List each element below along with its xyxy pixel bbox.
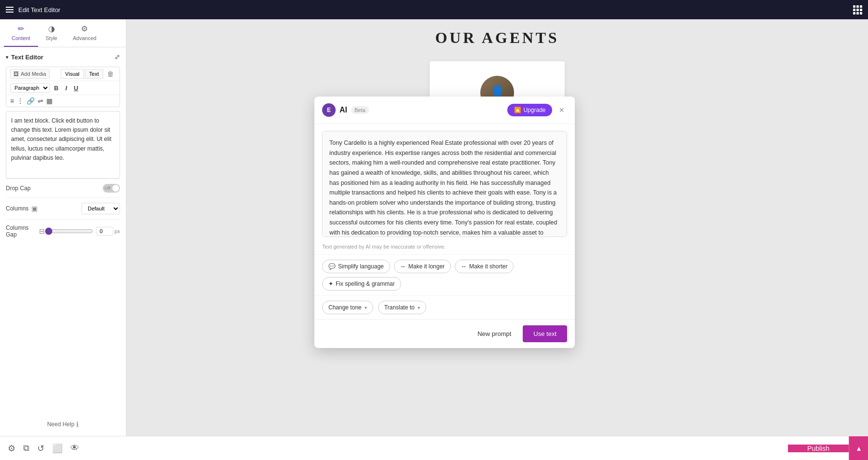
upgrade-icon: 🔼 <box>514 107 521 113</box>
list-ol-icon[interactable]: ⋮ <box>17 97 24 105</box>
columns-gap-icon: ⊟ <box>39 227 45 235</box>
columns-gap-label-group: Columns Gap ⊟ <box>6 224 45 238</box>
close-button[interactable]: × <box>556 104 567 116</box>
tab-advanced[interactable]: ⚙ Advanced <box>65 19 104 47</box>
spell-icon: ✦ <box>328 280 333 287</box>
columns-label-group: Columns ▣ <box>6 205 38 212</box>
history-icon[interactable]: ↺ <box>34 441 47 456</box>
eye-icon[interactable]: 👁 <box>68 441 82 456</box>
hamburger-icon[interactable] <box>6 7 14 13</box>
text-editor-section[interactable]: ▾ Text Editor ⤢ <box>6 53 120 61</box>
need-help-label: Need Help <box>47 421 75 428</box>
columns-gap-label: Columns Gap <box>6 224 36 238</box>
drop-cap-row: Drop Cap Off <box>6 179 120 197</box>
ai-title: AI <box>339 106 347 114</box>
tab-style-label: Style <box>46 35 57 41</box>
add-media-icon: 🖼 <box>14 71 19 77</box>
chat-icon: 💬 <box>328 263 336 270</box>
fix-spelling-button[interactable]: ✦ Fix spelling & grammar <box>322 277 401 291</box>
drop-cap-toggle[interactable]: Off <box>103 184 120 193</box>
chevron-down-icon-2: ▾ <box>418 305 420 310</box>
underline-button[interactable]: U <box>71 84 81 93</box>
section-title: Text Editor <box>11 54 43 61</box>
expand-arrows-icon: ↔ <box>400 263 406 270</box>
visual-view-button[interactable]: Visual <box>61 69 84 79</box>
sidebar-content: ▾ Text Editor ⤢ 🖼 Add Media Visual Text … <box>0 47 126 413</box>
toolbar-row-2: Paragraph B I U <box>6 81 120 95</box>
bottom-right: Publish ▴ <box>788 436 868 460</box>
paragraph-select[interactable]: Paragraph <box>10 83 50 93</box>
trash-icon[interactable]: 🗑 <box>105 69 116 79</box>
bottom-icons: ⚙ ⧉ ↺ ⬜ 👁 <box>0 441 87 456</box>
top-bar-title: Edit Text Editor <box>18 6 60 14</box>
unlink-icon[interactable]: ⇌ <box>38 97 43 105</box>
columns-gap-row: Columns Gap ⊟ px <box>6 219 120 243</box>
italic-button[interactable]: I <box>63 84 69 93</box>
ai-generated-text: Tony Cardello is a highly experienced Re… <box>322 131 567 237</box>
use-text-button[interactable]: Use text <box>523 325 567 342</box>
page-title: OUR AGENTS <box>435 29 559 47</box>
editor-toolbar: 🖼 Add Media Visual Text 🗑 Paragraph B I <box>6 67 120 107</box>
text-view-button[interactable]: Text <box>85 69 103 79</box>
canvas: OUR AGENTS 👤 Tony Cardello General Manag… <box>126 19 868 436</box>
columns-label: Columns <box>6 205 28 212</box>
ai-actions: 💬 Simplify language ↔ Make it longer ↔ M… <box>314 254 575 295</box>
chevron-up-button[interactable]: ▴ <box>849 436 868 460</box>
make-shorter-button[interactable]: ↔ Make it shorter <box>455 260 514 273</box>
tab-content[interactable]: ✏ Content <box>4 19 38 47</box>
ai-beta-badge: Beta <box>351 106 369 114</box>
columns-gap-slider[interactable] <box>45 227 93 235</box>
columns-gap-input[interactable] <box>96 227 113 236</box>
tab-style[interactable]: ◑ Style <box>38 19 65 47</box>
help-icon: ℹ <box>76 420 79 428</box>
main-layout: ✏ Content ◑ Style ⚙ Advanced ▾ Text Edit… <box>0 19 868 436</box>
ai-modal: E AI Beta 🔼 Upgrade × Tony Cardello is a… <box>314 97 575 348</box>
expand-icon[interactable]: ⤢ <box>114 53 120 61</box>
sidebar: ✏ Content ◑ Style ⚙ Advanced ▾ Text Edit… <box>0 19 126 436</box>
toolbar-row-3: ≡ ⋮ 🔗 ⇌ ▦ <box>6 95 120 107</box>
top-bar-left: Edit Text Editor <box>6 6 60 14</box>
canvas-content: OUR AGENTS 👤 Tony Cardello General Manag… <box>136 29 858 281</box>
settings-icon[interactable]: ⚙ <box>5 441 18 456</box>
templates-icon[interactable]: ⬜ <box>49 441 66 456</box>
ai-disclaimer: Text generated by AI may be inaccurate o… <box>314 244 575 254</box>
drop-cap-state: Off <box>105 186 110 191</box>
section-arrow-icon: ▾ <box>6 55 8 60</box>
view-toggle: Visual Text <box>61 69 103 79</box>
publish-button[interactable]: Publish <box>788 445 849 452</box>
new-prompt-button[interactable]: New prompt <box>472 326 517 341</box>
simplify-button[interactable]: 💬 Simplify language <box>322 260 390 273</box>
translate-to-dropdown[interactable]: Translate to ▾ <box>378 301 426 314</box>
ai-logo: E <box>322 103 336 117</box>
grid-icon[interactable] <box>853 5 862 14</box>
upgrade-button[interactable]: 🔼 Upgrade <box>507 104 552 116</box>
layers-icon[interactable]: ⧉ <box>20 441 32 456</box>
list-ul-icon[interactable]: ≡ <box>10 97 14 105</box>
add-media-button[interactable]: 🖼 Add Media <box>10 69 50 79</box>
chevron-down-icon: ▾ <box>365 305 367 310</box>
gear-icon: ⚙ <box>81 24 88 33</box>
bottom-bar: ⚙ ⧉ ↺ ⬜ 👁 Publish ▴ <box>0 436 868 460</box>
make-longer-button[interactable]: ↔ Make it longer <box>394 260 451 273</box>
tab-advanced-label: Advanced <box>73 35 96 41</box>
columns-gap-unit: px <box>114 228 120 234</box>
ai-header-left: E AI Beta <box>322 103 369 117</box>
pencil-icon: ✏ <box>18 24 24 33</box>
columns-icon: ▣ <box>31 205 38 212</box>
text-editor-area[interactable]: I am text block. Click edit button to ch… <box>6 111 120 179</box>
tab-content-label: Content <box>12 35 30 41</box>
toolbar-row-1: 🖼 Add Media Visual Text 🗑 <box>6 67 120 81</box>
columns-select[interactable]: Default <box>81 203 120 214</box>
need-help[interactable]: Need Help ℹ <box>0 413 126 436</box>
ai-dropdowns: Change tone ▾ Translate to ▾ <box>314 295 575 319</box>
bold-button[interactable]: B <box>52 84 61 93</box>
link-icon[interactable]: 🔗 <box>27 97 35 105</box>
ai-footer: New prompt Use text <box>314 319 575 348</box>
circle-half-icon: ◑ <box>48 24 55 33</box>
columns-row: Columns ▣ Default <box>6 197 120 219</box>
table-icon[interactable]: ▦ <box>46 97 53 105</box>
drop-cap-label: Drop Cap <box>6 185 30 192</box>
tabs: ✏ Content ◑ Style ⚙ Advanced <box>0 19 126 47</box>
change-tone-dropdown[interactable]: Change tone ▾ <box>322 301 373 314</box>
compress-arrows-icon: ↔ <box>461 263 467 270</box>
